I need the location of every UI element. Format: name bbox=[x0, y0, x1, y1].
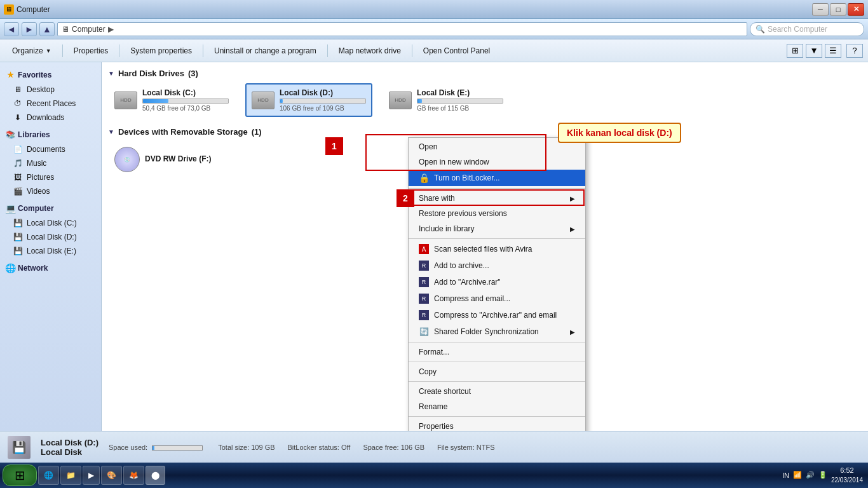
wmp-icon: ▶ bbox=[88, 471, 94, 480]
sidebar-item-e[interactable]: 💾 Local Disk (E:) bbox=[0, 244, 101, 258]
documents-icon: 📄 bbox=[13, 144, 23, 154]
computer-header[interactable]: 💻 Computer bbox=[0, 201, 101, 216]
drive-d-name: Local Disk (D:) bbox=[280, 88, 366, 97]
favorites-header[interactable]: ★ Favorites bbox=[0, 67, 101, 83]
taskbar-chrome-item[interactable]: ⬤ bbox=[146, 466, 165, 485]
ctx-open-new-window[interactable]: Open in new window bbox=[409, 154, 585, 170]
drive-e-info: Local Disk (E:) GB free of 115 GB bbox=[417, 88, 503, 112]
ctx-rename-label: Rename bbox=[419, 402, 447, 411]
address-input[interactable]: 🖥 Computer ▶ bbox=[57, 22, 747, 36]
organize-button[interactable]: Organize ▼ bbox=[5, 43, 58, 59]
ctx-compress-rar-email[interactable]: R Compress to "Archive.rar" and email bbox=[409, 307, 585, 323]
sidebar-item-desktop[interactable]: 🖥 Desktop bbox=[0, 83, 101, 97]
removable-label: Devices with Removable Storage bbox=[118, 127, 248, 137]
ctx-share-with[interactable]: Share with ▶ bbox=[409, 191, 585, 206]
ctx-copy[interactable]: Copy bbox=[409, 364, 585, 379]
ctx-bitlocker[interactable]: 🔒 Turn on BitLocker... bbox=[409, 170, 585, 186]
view-list-button[interactable]: ☰ bbox=[825, 44, 841, 58]
view-dropdown-button[interactable]: ▼ bbox=[806, 44, 822, 58]
favorites-section: ★ Favorites 🖥 Desktop ⏱ Recent Places ⬇ … bbox=[0, 67, 101, 125]
back-button[interactable]: ◄ bbox=[4, 22, 19, 36]
system-properties-button[interactable]: System properties bbox=[123, 43, 199, 59]
computer-label: Computer bbox=[18, 204, 54, 213]
close-button[interactable]: ✕ bbox=[848, 3, 864, 16]
drive-d-button[interactable]: HDD Local Disk (D:) 106 GB free of 109 G… bbox=[245, 83, 372, 117]
search-placeholder: Search Computer bbox=[768, 25, 827, 34]
sidebar-item-downloads[interactable]: ⬇ Downloads bbox=[0, 111, 101, 125]
step2-annotation: 2 bbox=[397, 189, 414, 207]
taskbar-ie-item[interactable]: 🌐 bbox=[38, 466, 59, 485]
status-drive-name: Local Disk (D:) bbox=[41, 438, 98, 447]
uninstall-button[interactable]: Uninstall or change a program bbox=[207, 43, 323, 59]
sidebar-item-recent[interactable]: ⏱ Recent Places bbox=[0, 97, 101, 111]
up-button[interactable]: ▲ bbox=[39, 22, 55, 36]
properties-button[interactable]: Properties bbox=[67, 43, 116, 59]
sidebar-item-videos[interactable]: 🎬 Videos bbox=[0, 184, 101, 198]
ctx-add-archive-rar[interactable]: R Add to "Archive.rar" bbox=[409, 274, 585, 290]
videos-icon: 🎬 bbox=[13, 186, 23, 196]
toolbar-separator-3 bbox=[203, 44, 203, 57]
sidebar-item-music[interactable]: 🎵 Music bbox=[0, 156, 101, 170]
drive-d-info: Local Disk (D:) 106 GB free of 109 GB bbox=[280, 88, 366, 112]
ctx-compress-email-label: Compress and email... bbox=[434, 294, 510, 303]
taskbar-firefox-item[interactable]: 🦊 bbox=[123, 466, 144, 485]
firefox-icon: 🦊 bbox=[129, 471, 139, 480]
sidebar-item-c[interactable]: 💾 Local Disk (C:) bbox=[0, 216, 101, 230]
drive-c-button[interactable]: HDD Local Disk (C:) 50,4 GB free of 73,0… bbox=[108, 83, 235, 117]
drive-e-button[interactable]: HDD Local Disk (E:) GB free of 115 GB bbox=[383, 83, 510, 117]
ctx-scan-avira[interactable]: A Scan selected files with Avira bbox=[409, 241, 585, 257]
status-bar: 💾 Local Disk (D:) Local Disk Space used:… bbox=[0, 431, 868, 463]
libraries-header[interactable]: 📚 Libraries bbox=[0, 127, 101, 142]
ctx-restore[interactable]: Restore previous versions bbox=[409, 206, 585, 221]
ctx-include-library[interactable]: Include in library ▶ bbox=[409, 221, 585, 236]
start-button[interactable]: ⊞ bbox=[3, 464, 37, 486]
uninstall-label: Uninstall or change a program bbox=[214, 46, 316, 55]
search-box[interactable]: 🔍 Search Computer bbox=[750, 22, 864, 36]
ctx-create-shortcut[interactable]: Create shortcut bbox=[409, 384, 585, 399]
network-header[interactable]: 🌐 Network bbox=[0, 261, 101, 276]
forward-button[interactable]: ► bbox=[22, 22, 37, 36]
maximize-button[interactable]: □ bbox=[830, 3, 846, 16]
taskbar-wmp-item[interactable]: ▶ bbox=[83, 466, 100, 485]
ctx-format[interactable]: Format... bbox=[409, 344, 585, 360]
clock: 6:52 22/03/2014 bbox=[831, 466, 863, 484]
toolbar-right: ⊞ ▼ ☰ ? bbox=[787, 44, 863, 58]
ctx-compress-rar-email-label: Compress to "Archive.rar" and email bbox=[434, 311, 557, 320]
view-large-button[interactable]: ⊞ bbox=[787, 44, 803, 58]
sidebar-item-pictures[interactable]: 🖼 Pictures bbox=[0, 170, 101, 184]
sidebar-item-documents[interactable]: 📄 Documents bbox=[0, 142, 101, 156]
minimize-button[interactable]: ─ bbox=[812, 3, 829, 16]
music-label: Music bbox=[27, 159, 46, 168]
taskbar-paint-item[interactable]: 🎨 bbox=[101, 466, 122, 485]
hdd-section-label: Hard Disk Drives bbox=[118, 69, 184, 78]
ctx-restore-label: Restore previous versions bbox=[419, 209, 507, 218]
drive-c-bar-container bbox=[142, 98, 229, 104]
ctx-rename[interactable]: Rename bbox=[409, 399, 585, 414]
ctx-compress-email[interactable]: R Compress and email... bbox=[409, 290, 585, 307]
sync-icon: 🔄 bbox=[419, 327, 429, 337]
window-title: Computer bbox=[17, 5, 50, 14]
help-button[interactable]: ? bbox=[846, 44, 863, 58]
address-bar: ◄ ► ▲ 🖥 Computer ▶ 🔍 Search Computer bbox=[0, 19, 868, 39]
ctx-add-archive[interactable]: R Add to archive... bbox=[409, 257, 585, 274]
status-total-size: Total size: 109 GB bbox=[218, 444, 275, 451]
ctx-properties[interactable]: Properties bbox=[409, 419, 585, 431]
windows-logo-icon: ⊞ bbox=[15, 468, 25, 483]
taskbar-explorer-item[interactable]: 📁 bbox=[60, 466, 81, 485]
dvd-button[interactable]: 💿 DVD RW Drive (F:) bbox=[108, 142, 235, 177]
pictures-label: Pictures bbox=[27, 173, 54, 182]
sidebar-item-d[interactable]: 💾 Local Disk (D:) bbox=[0, 230, 101, 244]
map-network-button[interactable]: Map network drive bbox=[332, 43, 408, 59]
open-control-button[interactable]: Open Control Panel bbox=[416, 43, 497, 59]
ctx-shared-sync[interactable]: 🔄 Shared Folder Synchronization ▶ bbox=[409, 323, 585, 340]
status-bitlocker: BitLocker status: Off bbox=[288, 444, 351, 451]
space-free-label: Space free: bbox=[363, 444, 398, 451]
drive-c-info: Local Disk (C:) 50,4 GB free of 73,0 GB bbox=[142, 88, 229, 112]
dvd-icon-img: 💿 bbox=[114, 147, 140, 172]
window-controls: ─ □ ✕ bbox=[812, 3, 864, 16]
drive-e-bar-container bbox=[417, 98, 503, 104]
hdd-count: (3) bbox=[188, 69, 198, 78]
drive-c-space: 50,4 GB free of 73,0 GB bbox=[142, 105, 229, 112]
space-used-label: Space used: bbox=[109, 444, 147, 451]
ctx-sep-4 bbox=[409, 362, 585, 362]
